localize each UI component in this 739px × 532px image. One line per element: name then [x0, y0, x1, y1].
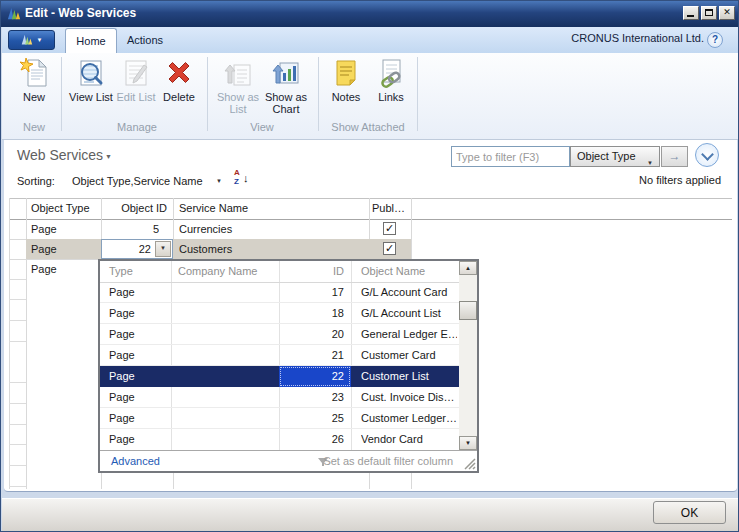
lookup-row[interactable]: Page 25 Customer Ledger… [100, 408, 460, 429]
ribbon-group-manage: Manage [87, 120, 187, 134]
show-as-chart-icon [270, 57, 302, 89]
dynamics-nav-icon [7, 7, 21, 21]
lookup-row-selected[interactable]: Page 22 Customer List [100, 366, 460, 387]
lookup-row[interactable]: Page 20 General Ledger E… [100, 324, 460, 345]
title-bar: Edit - Web Services ✕ [1, 1, 739, 27]
bottom-button-bar [2, 498, 739, 531]
links-button[interactable]: Links [369, 57, 413, 119]
lookup-column-type[interactable]: Type [109, 261, 169, 282]
page-title[interactable]: Web Services [17, 147, 103, 163]
show-as-list-icon [222, 57, 254, 89]
grid-cell-object-type[interactable]: Page [31, 239, 99, 259]
delete-icon [163, 57, 195, 89]
close-icon: ✕ [723, 7, 731, 17]
ribbon-group-divider [61, 57, 62, 131]
ribbon-group-divider [207, 57, 208, 131]
scroll-up-icon: ▲ [465, 265, 471, 271]
application-menu-button[interactable]: ▼ [8, 30, 55, 50]
published-checkbox[interactable]: ✓ [383, 242, 396, 255]
page-title-caret-icon[interactable]: ▼ [105, 153, 112, 160]
scroll-down-icon: ▼ [465, 440, 471, 446]
tab-actions[interactable]: Actions [119, 28, 171, 53]
ribbon-group-show-attached: Show Attached [323, 120, 413, 134]
notes-button[interactable]: Notes [324, 57, 368, 119]
ribbon-group-new: New [9, 120, 59, 134]
tab-home[interactable]: Home [65, 28, 117, 54]
app-window: Edit - Web Services ✕ ▼ Home Actions CRO… [0, 0, 739, 532]
maximize-button[interactable] [701, 6, 717, 20]
ok-button[interactable]: OK [653, 501, 726, 524]
lookup-column-name[interactable]: Object Name [361, 261, 457, 282]
new-document-icon [18, 57, 50, 89]
sorting-value[interactable]: Object Type,Service Name [72, 173, 203, 189]
ribbon-group-divider [318, 57, 319, 131]
column-header-service-name[interactable]: Service Name [179, 198, 359, 219]
edit-list-icon [120, 57, 152, 89]
company-name: CRONUS International Ltd. [571, 32, 704, 44]
notes-icon [330, 57, 362, 89]
edit-list-button[interactable]: Edit List [114, 57, 158, 119]
row-selector-column [9, 259, 26, 489]
help-icon: ? [712, 34, 718, 45]
help-button[interactable]: ? [707, 32, 723, 48]
show-as-chart-button[interactable]: Show as Chart [262, 57, 310, 119]
expand-filter-pane-button[interactable] [695, 143, 719, 167]
chevron-down-icon [701, 148, 714, 161]
lookup-scrollbar[interactable]: ▲ ▼ [459, 261, 477, 450]
lookup-row[interactable]: Page 26 Vendor Card [100, 429, 460, 450]
maximize-icon [705, 9, 713, 16]
ribbon-group-divider [417, 57, 418, 131]
column-header-object-type[interactable]: Object Type [31, 198, 99, 219]
column-header-object-id[interactable]: Object ID [101, 198, 167, 219]
advanced-link[interactable]: Advanced [111, 451, 160, 471]
sorting-label: Sorting: [17, 173, 55, 189]
check-icon: ✓ [385, 222, 394, 234]
links-icon [375, 57, 407, 89]
apply-filter-button[interactable]: → [661, 146, 688, 167]
lookup-row[interactable]: Page 23 Cust. Invoice Dis… [100, 387, 460, 408]
grid-cell-object-type[interactable]: Page [31, 259, 91, 279]
grid-cell-service-name[interactable]: Currencies [179, 219, 359, 239]
filter-input[interactable] [451, 146, 570, 167]
resize-grip[interactable] [463, 457, 476, 470]
new-button[interactable]: New [12, 57, 56, 119]
sort-az-icon[interactable]: A Z ↓ [234, 169, 252, 187]
grid-cell-object-type[interactable]: Page [31, 219, 99, 239]
window-title: Edit - Web Services [25, 1, 136, 27]
lookup-column-company[interactable]: Company Name [178, 261, 276, 282]
close-button[interactable]: ✕ [719, 6, 735, 20]
lookup-row[interactable]: Page 21 Customer Card [100, 345, 460, 366]
lookup-footer: Advanced Set as default filter column [100, 450, 477, 471]
published-checkbox[interactable]: ✓ [383, 222, 396, 235]
lookup-row[interactable]: Page 17 G/L Account Card [100, 282, 460, 303]
chevron-down-icon[interactable]: ▼ [216, 178, 222, 184]
check-icon: ✓ [385, 242, 394, 254]
view-list-button[interactable]: View List [69, 57, 113, 119]
scrollbar-thumb[interactable] [459, 301, 477, 320]
filter-column-dropdown[interactable]: Object Type▼ [570, 146, 660, 167]
set-default-filter-column[interactable]: Set as default filter column [323, 451, 453, 471]
ribbon-group-view: View [232, 120, 292, 134]
lookup-column-id[interactable]: ID [279, 261, 344, 282]
chevron-down-icon: ▼ [37, 37, 43, 43]
delete-button[interactable]: Delete [156, 57, 202, 119]
scroll-up-button[interactable]: ▲ [459, 261, 477, 275]
scroll-down-button[interactable]: ▼ [459, 436, 477, 450]
minimize-icon [687, 15, 694, 17]
lookup-dropdown-button[interactable]: ▼ [155, 241, 171, 257]
grid-cell-object-id[interactable]: 5 [101, 219, 159, 239]
object-lookup-dropdown: Type Company Name ID Object Name Page 17… [98, 259, 479, 473]
grid-cell-service-name[interactable]: Customers [179, 239, 359, 259]
go-arrow-icon: → [669, 149, 681, 163]
dynamics-logo-icon [21, 34, 33, 46]
object-id-edit-cell[interactable]: 22 ▼ [101, 239, 173, 259]
chevron-down-icon: ▼ [647, 154, 653, 173]
lookup-row[interactable]: Page 18 G/L Account List [100, 303, 460, 324]
column-header-published[interactable]: Publ… [372, 198, 410, 219]
view-list-icon [75, 57, 107, 89]
minimize-button[interactable] [683, 6, 699, 20]
chevron-down-icon: ▼ [160, 245, 166, 251]
show-as-list-button[interactable]: Show as List [216, 57, 260, 119]
filter-status: No filters applied [639, 172, 721, 188]
